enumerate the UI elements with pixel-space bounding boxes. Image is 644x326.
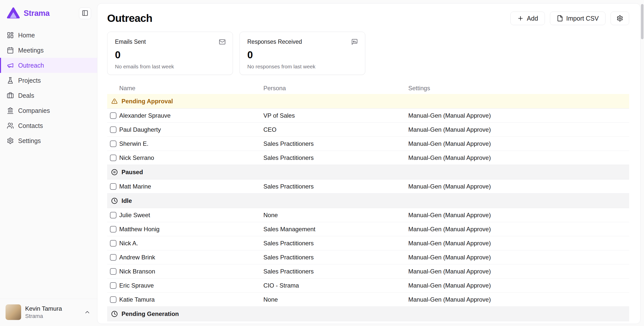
row-checkbox[interactable] (110, 155, 116, 161)
table-row[interactable]: Eric SprauveCIO - StramaManual-Gen (Manu… (107, 278, 629, 293)
plus-icon (517, 15, 524, 22)
table-row[interactable]: Julie SweetNoneManual-Gen (Manual Approv… (107, 208, 629, 222)
table-row[interactable]: Alexander SprauveVP of SalesManual-Gen (… (107, 109, 629, 123)
sidebar-item-projects[interactable]: Projects (0, 73, 97, 88)
cell-name: Matthew Honig (107, 226, 263, 233)
message-icon (351, 38, 358, 45)
scrollbar-thumb[interactable] (641, 4, 643, 39)
logo-text: Strama (24, 9, 50, 18)
table-row[interactable]: Paul DaughertyCEOManual-Gen (Manual Appr… (107, 123, 629, 137)
row-checkbox[interactable] (110, 296, 116, 303)
cell-persona: Sales Practitioners (263, 240, 408, 247)
table-row[interactable]: Matt MarineSales PractitionersManual-Gen… (107, 179, 629, 194)
gear-icon (7, 137, 14, 144)
table-body: Pending ApprovalAlexander SprauveVP of S… (107, 94, 629, 321)
section-label: Pending Generation (122, 310, 179, 317)
panel-left-icon (82, 10, 88, 17)
emails-sent-card: Emails Sent 0 No emails from last week (107, 32, 233, 75)
table-row[interactable]: Sherwin E.Sales PractitionersManual-Gen … (107, 137, 629, 151)
section-row-pending-approval[interactable]: Pending Approval (107, 94, 629, 109)
main-panel: Outreach Add Import CSV Emails Sent 0 No… (97, 3, 640, 324)
cell-settings: Manual-Gen (Manual Approve) (408, 226, 629, 233)
cell-settings: Manual-Gen (Manual Approve) (408, 212, 629, 219)
main-header: Outreach Add Import CSV (107, 12, 629, 25)
cell-settings: Manual-Gen (Manual Approve) (408, 254, 629, 261)
row-checkbox[interactable] (110, 240, 116, 247)
cell-persona: None (263, 296, 408, 303)
logo[interactable]: Strama (7, 7, 50, 20)
scrollbar[interactable] (641, 4, 643, 324)
sidebar-item-label: Meetings (18, 47, 44, 54)
settings-button[interactable] (611, 12, 629, 25)
table-header: Name Persona Settings (107, 82, 629, 94)
stat-title: Responses Received (247, 38, 357, 45)
cell-name: Paul Daugherty (107, 126, 263, 133)
responses-received-card: Responses Received 0 No responses from l… (239, 32, 365, 75)
sidebar-item-settings[interactable]: Settings (0, 133, 97, 148)
row-checkbox[interactable] (110, 212, 116, 218)
clock-icon (111, 311, 118, 317)
calendar-icon (7, 47, 14, 54)
cell-settings: Manual-Gen (Manual Approve) (408, 183, 629, 190)
row-checkbox[interactable] (110, 282, 116, 289)
landmark-icon (7, 107, 14, 114)
cell-name: Sherwin E. (107, 140, 263, 147)
contact-name: Matthew Honig (119, 226, 159, 233)
user-name: Kevin Tamura (25, 305, 62, 312)
sidebar-item-outreach[interactable]: Outreach (0, 58, 97, 73)
cell-persona: Sales Practitioners (263, 268, 408, 275)
gear-icon (617, 15, 623, 22)
table-row[interactable]: Andrew BrinkSales PractitionersManual-Ge… (107, 250, 629, 264)
import-csv-button[interactable]: Import CSV (550, 12, 606, 25)
table-row[interactable]: Nick A.Sales PractitionersManual-Gen (Ma… (107, 236, 629, 250)
sidebar-item-companies[interactable]: Companies (0, 103, 97, 118)
user-info: Kevin Tamura Strama (25, 305, 62, 319)
user-card[interactable]: Kevin Tamura Strama (0, 299, 97, 326)
section-row-idle[interactable]: Idle (107, 194, 629, 208)
cell-settings: Manual-Gen (Manual Approve) (408, 296, 629, 303)
sidebar-item-contacts[interactable]: Contacts (0, 118, 97, 133)
avatar (6, 304, 21, 320)
row-checkbox[interactable] (110, 126, 116, 133)
sidebar-item-deals[interactable]: Deals (0, 88, 97, 103)
contact-name: Andrew Brink (119, 254, 155, 261)
chevron-up-icon[interactable] (84, 309, 91, 315)
section-label: Idle (122, 197, 132, 204)
megaphone-icon (7, 62, 14, 69)
cell-persona: Sales Practitioners (263, 183, 408, 190)
row-checkbox[interactable] (110, 141, 116, 147)
sidebar-item-label: Home (18, 32, 35, 39)
header-actions: Add Import CSV (510, 12, 629, 25)
section-label: Pending Approval (122, 98, 173, 105)
table-row[interactable]: Nick SerranoSales PractitionersManual-Ge… (107, 151, 629, 165)
cell-persona: Sales Practitioners (263, 254, 408, 261)
sidebar-item-home[interactable]: Home (0, 28, 97, 43)
add-button[interactable]: Add (510, 12, 545, 25)
row-checkbox[interactable] (110, 268, 116, 275)
row-checkbox[interactable] (110, 183, 116, 190)
cell-name: Julie Sweet (107, 212, 263, 219)
row-checkbox[interactable] (110, 254, 116, 261)
section-row-pending-generation[interactable]: Pending Generation (107, 307, 629, 321)
contact-name: Katie Tamura (119, 296, 155, 303)
cell-settings: Manual-Gen (Manual Approve) (408, 140, 629, 147)
user-org: Strama (25, 313, 62, 319)
page-title: Outreach (107, 12, 152, 24)
section-label: Paused (122, 169, 143, 176)
row-checkbox[interactable] (110, 226, 116, 232)
table-row[interactable]: Nick BransonSales PractitionersManual-Ge… (107, 264, 629, 278)
add-button-label: Add (527, 15, 538, 22)
warning-icon (111, 98, 118, 105)
home-icon (7, 32, 14, 39)
section-row-paused[interactable]: Paused (107, 165, 629, 179)
row-checkbox[interactable] (110, 112, 116, 119)
table-row[interactable]: Matthew HonigSales ManagementManual-Gen … (107, 222, 629, 236)
sidebar-toggle-button[interactable] (79, 8, 91, 19)
contact-name: Alexander Sprauve (119, 112, 171, 119)
sidebar-item-label: Companies (18, 107, 50, 114)
cell-name: Andrew Brink (107, 254, 263, 261)
clock-icon (111, 198, 118, 204)
sidebar-item-meetings[interactable]: Meetings (0, 43, 97, 58)
table-row[interactable]: Katie TamuraNoneManual-Gen (Manual Appro… (107, 293, 629, 307)
cell-name: Nick Serrano (107, 154, 263, 161)
